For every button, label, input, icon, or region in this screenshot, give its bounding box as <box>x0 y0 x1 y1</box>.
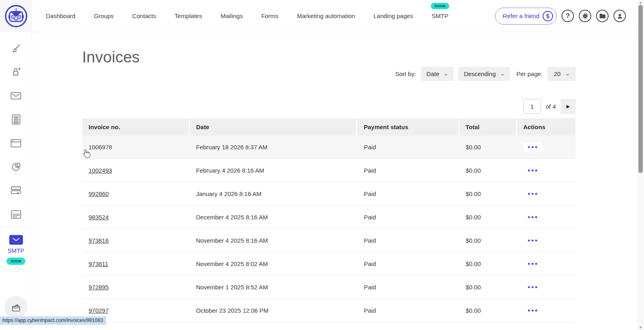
invoice-link[interactable]: 973811 <box>89 260 108 267</box>
row-actions-menu-button[interactable]: ••• <box>523 235 543 246</box>
invoice-link[interactable]: 1006978 <box>89 144 112 151</box>
paintbrush-icon <box>11 43 21 54</box>
nav-item-dashboard[interactable]: Dashboard <box>46 12 75 19</box>
next-arrow-icon: ▶ <box>566 104 570 109</box>
payment-status: Paid <box>357 260 459 267</box>
nav-item-marketing-automation[interactable]: Marketing automation <box>297 12 355 19</box>
row-actions-menu-button[interactable]: ••• <box>523 189 543 199</box>
row-actions-menu-button[interactable]: ••• <box>523 142 543 153</box>
table-row: 992860January 4 2026 8:16 AMPaid$0.00••• <box>82 182 576 206</box>
page-title: Invoices <box>82 48 140 66</box>
pie-chart-icon <box>11 162 21 172</box>
invoice-date: January 4 2026 8:16 AM <box>190 190 357 197</box>
scrollbar-thumb[interactable] <box>638 5 643 173</box>
sort-field-dropdown[interactable]: Date ⌄ <box>421 67 454 81</box>
payment-status: Paid <box>357 190 459 197</box>
sort-field-value: Date <box>427 70 440 77</box>
invoice-link[interactable]: 972895 <box>89 284 109 291</box>
soon-badge: SOON <box>431 3 449 9</box>
invoice-total: $0.00 <box>459 284 516 291</box>
main-content: Invoices Sort by: Date ⌄ Descending ⌄ Pe… <box>32 32 637 330</box>
folder-button[interactable] <box>596 10 609 22</box>
nav-item-forms[interactable]: Forms <box>261 12 279 19</box>
invoice-total: $0.00 <box>459 237 516 244</box>
actions-cell: ••• <box>516 259 576 269</box>
refer-a-friend-button[interactable]: Refer a friend $ <box>495 8 557 25</box>
sidebar-item-banners[interactable] <box>10 185 22 196</box>
browser-window-icon <box>10 139 21 148</box>
ballot-box-icon <box>11 302 21 313</box>
vertical-scrollbar[interactable]: ▲ ▼ <box>637 0 644 330</box>
row-actions-menu-button[interactable]: ••• <box>523 165 543 176</box>
per-page-label: Per page: <box>516 70 543 77</box>
table-body: 1006978February 18 2026 8:37 AMPaid$0.00… <box>82 136 576 322</box>
table-row: 1006978February 18 2026 8:37 AMPaid$0.00… <box>82 136 576 159</box>
invoice-link[interactable]: 992860 <box>89 190 109 197</box>
invoice-total: $0.00 <box>459 144 516 151</box>
rewards-button[interactable] <box>4 296 27 319</box>
folder-icon <box>599 13 606 19</box>
settings-button[interactable] <box>579 10 591 22</box>
table-row: 970297October 23 2025 12:06 PMPaid$0.00•… <box>82 299 576 322</box>
chevron-down-icon: ⌄ <box>500 71 505 76</box>
sidebar-item-design[interactable] <box>10 43 22 54</box>
sidebar-item-statistics[interactable] <box>10 161 22 173</box>
main-navigation: DashboardGroupsContactsTemplatesMailings… <box>46 12 448 19</box>
scroll-up-arrow-icon[interactable]: ▲ <box>637 0 644 5</box>
invoice-total: $0.00 <box>459 307 516 314</box>
app-logo[interactable] <box>0 0 32 32</box>
table-row: 983524December 4 2025 8:16 AMPaid$0.00••… <box>82 206 576 229</box>
invoices-table: Invoice no. Date Payment status Total Ac… <box>82 118 576 322</box>
invoice-link[interactable]: 973816 <box>89 237 109 244</box>
column-header-total: Total <box>459 118 516 136</box>
envelope-icon <box>10 92 21 100</box>
sidebar-item-smtp[interactable]: SMTP SOON <box>0 227 32 272</box>
page-count-label: of 4 <box>546 103 556 110</box>
document-icon <box>12 114 21 125</box>
invoice-total: $0.00 <box>459 167 516 174</box>
help-button[interactable]: ? <box>561 10 574 22</box>
nav-item-smtp[interactable]: SMTPSOON <box>431 12 448 19</box>
sidebar-item-mailings[interactable] <box>10 90 22 101</box>
invoice-date: February 4 2026 8:16 AM <box>190 167 357 174</box>
nav-item-mailings[interactable]: Mailings <box>221 12 243 19</box>
table-row: 973816November 4 2025 8:16 AMPaid$0.00••… <box>82 229 576 252</box>
invoice-link[interactable]: 983524 <box>89 214 109 221</box>
invoice-link[interactable]: 970297 <box>89 307 109 314</box>
payment-status: Paid <box>357 237 459 244</box>
column-header-invoice-no: Invoice no. <box>82 118 189 136</box>
nav-item-groups[interactable]: Groups <box>94 12 114 19</box>
per-page-dropdown[interactable]: 20 ⌄ <box>547 67 576 81</box>
nav-item-contacts[interactable]: Contacts <box>132 12 156 19</box>
nav-item-templates[interactable]: Templates <box>175 12 202 19</box>
payment-status: Paid <box>357 167 459 174</box>
row-actions-menu-button[interactable]: ••• <box>523 212 543 223</box>
account-button[interactable] <box>613 10 626 22</box>
payment-status: Paid <box>357 284 459 291</box>
refer-a-friend-label: Refer a friend <box>503 12 539 19</box>
sort-direction-dropdown[interactable]: Descending ⌄ <box>458 67 510 81</box>
invoice-total: $0.00 <box>459 190 516 197</box>
sidebar-item-add-contact[interactable] <box>10 66 22 78</box>
invoice-link[interactable]: 1002493 <box>89 167 112 174</box>
row-actions-menu-button[interactable]: ••• <box>523 259 543 269</box>
actions-cell: ••• <box>516 142 576 153</box>
actions-cell: ••• <box>516 212 576 223</box>
table-row: 1002493February 4 2026 8:16 AMPaid$0.00•… <box>82 159 576 182</box>
row-actions-menu-button[interactable]: ••• <box>523 282 543 293</box>
sidebar-item-forms[interactable] <box>10 114 22 125</box>
pagination: of 4 ▶ <box>523 99 576 114</box>
next-page-button[interactable]: ▶ <box>561 99 576 114</box>
add-contact-icon <box>11 67 21 77</box>
page-number-input[interactable] <box>523 99 541 114</box>
scroll-down-arrow-icon[interactable]: ▼ <box>637 325 644 330</box>
invoice-date: November 4 2025 8:16 AM <box>190 237 357 244</box>
user-avatar-icon <box>616 12 623 20</box>
chevron-down-icon: ⌄ <box>443 71 448 76</box>
table-row: 972895November 1 2025 8:52 AMPaid$0.00••… <box>82 276 576 299</box>
sidebar-item-calendar[interactable] <box>10 209 22 220</box>
nav-item-landing-pages[interactable]: Landing pages <box>374 12 413 19</box>
sidebar-item-landing-pages[interactable] <box>10 138 22 149</box>
actions-cell: ••• <box>516 305 576 316</box>
row-actions-menu-button[interactable]: ••• <box>523 305 543 316</box>
